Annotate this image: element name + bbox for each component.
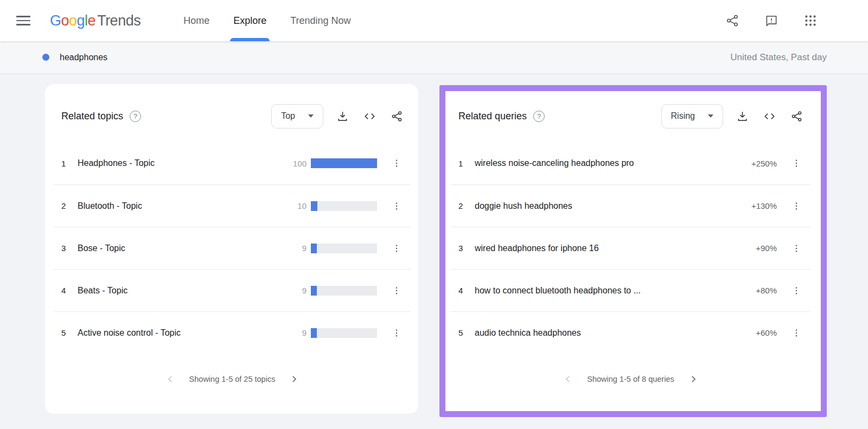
row-label[interactable]: Active noise control - Topic bbox=[78, 328, 302, 338]
row-label[interactable]: Bose - Topic bbox=[78, 244, 302, 253]
logo-letter: G bbox=[50, 12, 61, 29]
row-label[interactable]: Beats - Topic bbox=[78, 286, 302, 296]
row-label[interactable]: how to connect bluetooth headphones to .… bbox=[475, 286, 756, 296]
table-row[interactable]: 5audio technica headphones+60% bbox=[451, 311, 810, 354]
previous-page-icon[interactable] bbox=[563, 374, 573, 384]
row-label[interactable]: Headphones - Topic bbox=[78, 158, 293, 168]
value-bar-fill bbox=[311, 328, 317, 338]
embed-code-icon[interactable] bbox=[763, 110, 776, 123]
table-row[interactable]: 4Beats - Topic9 bbox=[54, 269, 411, 311]
table-row[interactable]: 4how to connect bluetooth headphones to … bbox=[451, 269, 810, 311]
table-row[interactable]: 2doggie hush headphones+130% bbox=[451, 184, 810, 227]
queries-filter-dropdown[interactable]: Rising bbox=[661, 104, 723, 129]
download-icon[interactable] bbox=[736, 110, 749, 123]
term-color-dot-icon bbox=[42, 54, 49, 61]
row-label[interactable]: wired headphones for iphone 16 bbox=[475, 244, 756, 253]
topics-filter-dropdown[interactable]: Top bbox=[271, 104, 323, 129]
google-apps-icon[interactable] bbox=[803, 14, 818, 28]
search-term-bar: headphones United States, Past day bbox=[0, 41, 868, 74]
topics-header-actions bbox=[336, 110, 403, 123]
row-value: 100 bbox=[293, 159, 307, 168]
row-percent-change: +250% bbox=[751, 159, 777, 168]
queries-pagination: Showing 1-5 of 8 queries bbox=[458, 374, 803, 384]
value-bar bbox=[311, 244, 377, 253]
row-label[interactable]: wireless noise-canceling headphones pro bbox=[475, 158, 751, 168]
help-icon[interactable]: ? bbox=[533, 111, 545, 122]
row-value: 9 bbox=[302, 244, 307, 253]
related-queries-card: Related queries ? Rising bbox=[445, 91, 821, 411]
row-rank: 2 bbox=[458, 201, 475, 210]
help-icon[interactable]: ? bbox=[130, 111, 141, 122]
related-queries-title: Related queries bbox=[458, 111, 527, 122]
tab-trending-now[interactable]: Trending Now bbox=[290, 0, 350, 41]
row-percent-change: +60% bbox=[756, 328, 777, 337]
value-bar bbox=[311, 328, 377, 338]
row-value: 10 bbox=[297, 201, 307, 210]
value-bar bbox=[311, 201, 377, 211]
row-rank: 3 bbox=[458, 244, 475, 253]
row-rank: 5 bbox=[458, 328, 475, 337]
row-more-options-icon[interactable] bbox=[390, 240, 403, 257]
feedback-icon[interactable] bbox=[764, 14, 778, 28]
hamburger-menu-icon[interactable] bbox=[16, 16, 30, 25]
previous-page-icon[interactable] bbox=[165, 374, 175, 384]
search-term[interactable]: headphones bbox=[60, 53, 107, 62]
embed-code-icon[interactable] bbox=[363, 110, 376, 123]
table-row[interactable]: 3Bose - Topic9 bbox=[54, 227, 411, 269]
table-row[interactable]: 5Active noise control - Topic9 bbox=[54, 311, 411, 354]
queries-pagination-text: Showing 1-5 of 8 queries bbox=[587, 375, 674, 383]
next-page-icon[interactable] bbox=[688, 374, 698, 384]
related-topics-header: Related topics ? Top bbox=[61, 104, 403, 129]
row-more-options-icon[interactable] bbox=[790, 155, 803, 171]
tab-home[interactable]: Home bbox=[183, 0, 209, 41]
row-label[interactable]: audio technica headphones bbox=[475, 328, 756, 338]
table-row[interactable]: 1wireless noise-canceling headphones pro… bbox=[451, 142, 810, 184]
share-icon[interactable] bbox=[391, 110, 403, 123]
logo-letter: g bbox=[77, 12, 85, 29]
row-more-options-icon[interactable] bbox=[790, 198, 803, 214]
row-percent-change: +90% bbox=[756, 244, 777, 253]
table-row[interactable]: 1Headphones - Topic100 bbox=[54, 142, 411, 184]
share-icon[interactable] bbox=[790, 110, 803, 123]
value-bar-fill bbox=[311, 201, 317, 211]
row-rank: 3 bbox=[61, 244, 78, 253]
region-time-scope: United States, Past day bbox=[730, 52, 827, 63]
row-rank: 4 bbox=[61, 286, 78, 295]
row-more-options-icon[interactable] bbox=[390, 198, 403, 214]
row-more-options-icon[interactable] bbox=[390, 283, 403, 299]
row-more-options-icon[interactable] bbox=[790, 240, 803, 257]
logo-letter: e bbox=[88, 12, 96, 29]
primary-tabs: Home Explore Trending Now bbox=[183, 0, 350, 41]
related-queries-rows: 1wireless noise-canceling headphones pro… bbox=[451, 142, 810, 354]
topics-pagination-text: Showing 1-5 of 25 topics bbox=[189, 375, 276, 383]
queries-header-actions bbox=[736, 110, 803, 123]
logo-letter: o bbox=[69, 12, 77, 29]
row-more-options-icon[interactable] bbox=[390, 155, 403, 171]
next-page-icon[interactable] bbox=[289, 374, 299, 384]
value-bar bbox=[311, 158, 377, 168]
logo-google-letters: Google bbox=[50, 12, 95, 29]
logo-trends-text: Trends bbox=[97, 12, 141, 29]
row-more-options-icon[interactable] bbox=[390, 325, 403, 341]
chevron-down-icon bbox=[708, 114, 713, 118]
table-row[interactable]: 2Bluetooth - Topic10 bbox=[54, 184, 411, 227]
main-content: Related topics ? Top bbox=[0, 74, 868, 417]
row-label[interactable]: doggie hush headphones bbox=[475, 201, 751, 211]
row-rank: 4 bbox=[458, 286, 475, 295]
download-icon[interactable] bbox=[336, 110, 349, 123]
related-topics-title: Related topics bbox=[61, 111, 123, 122]
logo-letter: o bbox=[61, 12, 69, 29]
share-icon[interactable] bbox=[725, 14, 739, 28]
nav-actions bbox=[725, 14, 818, 28]
row-more-options-icon[interactable] bbox=[790, 325, 803, 341]
row-value: 9 bbox=[302, 328, 307, 337]
row-rank: 5 bbox=[61, 328, 78, 337]
row-more-options-icon[interactable] bbox=[790, 283, 803, 299]
row-label[interactable]: Bluetooth - Topic bbox=[78, 201, 297, 211]
table-row[interactable]: 3wired headphones for iphone 16+90% bbox=[451, 227, 810, 269]
value-bar bbox=[311, 286, 377, 296]
value-bar-fill bbox=[311, 286, 317, 296]
google-trends-logo[interactable]: Google Trends bbox=[50, 12, 141, 29]
tab-explore[interactable]: Explore bbox=[233, 0, 266, 41]
queries-filter-value: Rising bbox=[671, 111, 695, 121]
